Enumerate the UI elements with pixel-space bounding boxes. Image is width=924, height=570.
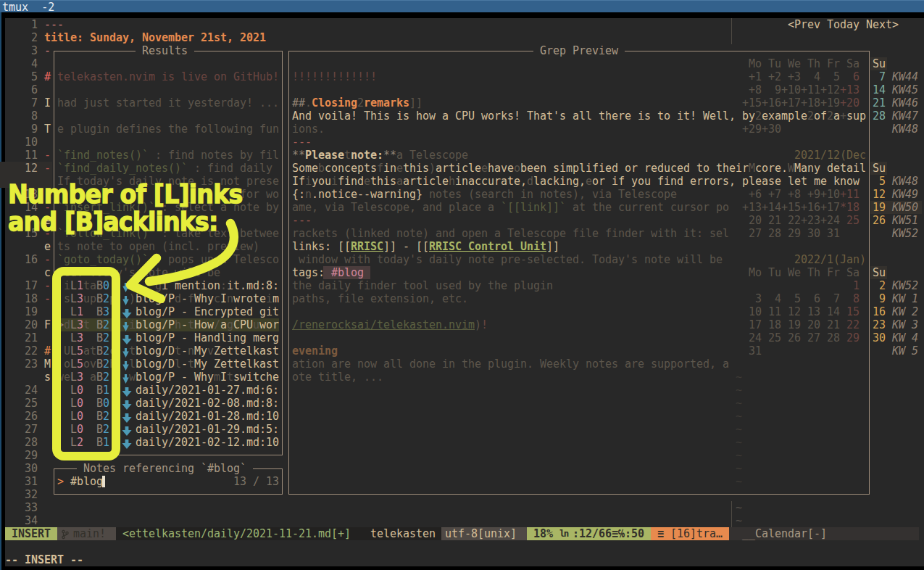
result-file-name[interactable]: - xyxy=(181,371,188,384)
line-number: 33 xyxy=(18,501,38,514)
text-span: T xyxy=(44,123,51,136)
line-number: 28 xyxy=(18,436,38,449)
result-file-name[interactable]: My xyxy=(194,344,207,358)
text-span: > xyxy=(57,475,64,488)
result-file-name[interactable]: daily/2021-01-28.md:10 xyxy=(136,410,279,423)
text-span: +13+14+15+16+17 xyxy=(742,201,840,214)
end-of-buffer-marker: ~ xyxy=(736,410,742,423)
terminal-row: 20F>dtiht/gu/renerocksai/telekasten.nvim… xyxy=(5,318,924,331)
line-number: 16 xyxy=(18,253,38,266)
text-span: +6 +7 +8 +9+10 xyxy=(742,188,840,201)
calendar-sunday: 2 xyxy=(873,279,886,292)
result-file-name[interactable]: git xyxy=(259,305,279,318)
result-file-name[interactable]: - xyxy=(181,344,188,358)
text-span: tags: xyxy=(292,266,325,279)
terminal: 1---2title: Sunday, November 21st, 20213… xyxy=(1,12,924,566)
text-span: Well, xyxy=(703,110,736,123)
line-number: 12 xyxy=(18,162,38,175)
result-file-name[interactable]: - xyxy=(181,318,188,331)
text-span: 25 xyxy=(840,214,860,227)
text-span: 2 xyxy=(357,96,364,110)
warning-text[interactable]: [16]tra… xyxy=(670,527,723,540)
text-span: ** xyxy=(383,149,396,162)
text-span: note: xyxy=(351,149,383,162)
result-file-name[interactable]: blog/P xyxy=(136,318,175,331)
terminal-row: 28~L2B1daily/2021-02-12.md:10 xyxy=(5,436,924,449)
text-span: `[[link]]` xyxy=(501,201,566,214)
git-branch[interactable]: main! xyxy=(73,527,106,540)
text-span: That's xyxy=(527,110,566,123)
result-file-name[interactable]: daily/2021-01-29.md:5: xyxy=(136,423,279,436)
text-span: been xyxy=(520,162,546,175)
text-span: M xyxy=(44,358,51,371)
result-file-name[interactable]: daily/2021-01-27.md:6: xyxy=(136,384,279,397)
result-file-name[interactable]: blog/P xyxy=(136,371,175,384)
line-number: 23 xyxy=(18,358,38,371)
result-file-name[interactable]: daily/2021-02-12.md:10 xyxy=(136,436,279,449)
result-file-name[interactable]: Handling xyxy=(194,331,246,344)
result-file-name[interactable]: blog/D xyxy=(136,358,175,371)
calendar-next-button[interactable]: Next> xyxy=(866,18,899,31)
column-value: :50 xyxy=(625,527,644,540)
text-span: Please xyxy=(305,149,344,162)
result-file-name[interactable]: - xyxy=(181,331,188,344)
text-span: find xyxy=(657,175,683,188)
calendar-week-number: KW45 xyxy=(892,83,918,96)
text-span: ote title, ... xyxy=(292,371,383,384)
text-span: title: Sunday, November 21st, 2021 xyxy=(44,31,266,44)
text-span: ) xyxy=(475,318,481,331)
text-span: voila! xyxy=(318,110,357,123)
text-span: ! xyxy=(481,318,488,331)
result-file-name[interactable]: blog/P xyxy=(136,331,175,344)
text-span: ation are now all done in the plugin. We… xyxy=(292,358,729,371)
result-file-name[interactable]: m xyxy=(272,292,279,305)
column-symbol: ℅ xyxy=(618,527,625,540)
calendar-week-number: KW 4 xyxy=(892,331,918,344)
text-span: know xyxy=(833,175,860,188)
result-file-name[interactable]: Zettelkast xyxy=(214,344,279,358)
text-span: I xyxy=(44,96,51,110)
text-span: #blog xyxy=(331,266,364,279)
text-span: n xyxy=(305,188,312,201)
terminal-row: 29~ xyxy=(5,449,924,462)
result-file-name[interactable]: wor xyxy=(259,318,279,331)
text-span: i xyxy=(305,175,312,188)
result-file-name[interactable]: a xyxy=(220,318,227,331)
text-span: 17 18 19 20 21 xyxy=(742,318,840,331)
text-span: u xyxy=(253,318,259,331)
result-file-name[interactable]: CPU xyxy=(233,318,253,331)
result-file-name[interactable]: My xyxy=(194,358,207,371)
result-file-name[interactable]: daily/2021-02-08.md:8: xyxy=(136,397,279,410)
line-number: 31 xyxy=(18,475,38,488)
line-number: 29 xyxy=(18,449,38,462)
text-span: #blog xyxy=(70,475,103,488)
terminal-row: 10--- xyxy=(5,136,924,149)
screen: tmux -2 1---2title: Sunday, November 21s… xyxy=(0,0,924,570)
file-path[interactable]: <ettelkasten/daily/2021-11-21.md[+] xyxy=(122,527,351,540)
calendar-sunday: 16 xyxy=(873,305,886,318)
calendar-week-number: KW 5 xyxy=(892,344,918,358)
text-span: a xyxy=(396,149,403,162)
calendar-prev-button[interactable]: <Prev xyxy=(788,18,820,31)
result-file-name[interactable]: - xyxy=(181,358,188,371)
result-file-name[interactable]: Zettelkast xyxy=(214,358,279,371)
text-span: Closing xyxy=(312,96,357,110)
text-span: ame, via Telescope, and place a xyxy=(292,201,501,214)
result-file-name[interactable]: How xyxy=(194,318,214,331)
text-span: t xyxy=(175,344,181,358)
result-file-name[interactable]: blog/D xyxy=(136,344,175,358)
result-file-name[interactable]: merg xyxy=(253,331,279,344)
result-file-name[interactable]: I xyxy=(220,371,227,384)
terminal-row: 27~L0B2daily/2021-01-29.md:5: xyxy=(5,423,924,436)
result-file-name[interactable]: Why xyxy=(194,371,214,384)
text-span: RRISC xyxy=(351,240,383,253)
result-file-name[interactable]: switche xyxy=(233,371,279,384)
text-span: 6 xyxy=(840,70,860,83)
line-number: 9 xyxy=(18,123,38,136)
statusline: INSERTmain!<ettelkasten/daily/2021-11-21… xyxy=(5,527,924,540)
terminal-row: 6 +8 9+10+11+12+1314KW45 xyxy=(5,83,924,96)
calendar-today-button[interactable]: Today xyxy=(827,18,860,31)
terminal-row: 25~L0B0daily/2021-02-08.md:8: xyxy=(5,397,924,410)
end-of-buffer-marker: ~ xyxy=(736,384,742,397)
window-titlebar[interactable]: tmux -2 xyxy=(0,0,924,12)
